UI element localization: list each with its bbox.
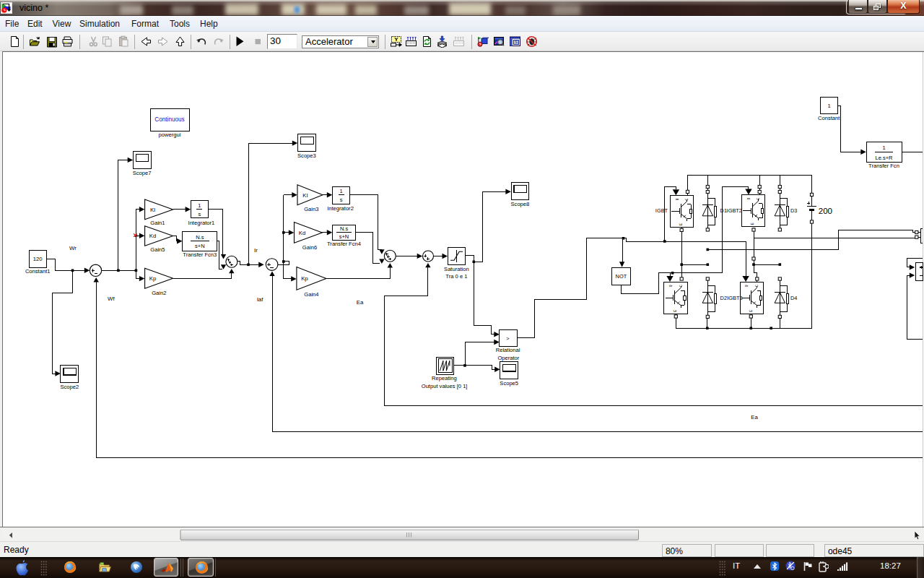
svg-text:Wr: Wr <box>69 245 77 251</box>
svg-text:200: 200 <box>819 207 832 215</box>
svg-text:E: E <box>751 223 754 225</box>
svg-text:120: 120 <box>33 256 43 262</box>
svg-text:KI: KI <box>150 207 155 213</box>
svg-text:1: 1 <box>827 103 830 109</box>
svg-text:g: g <box>675 198 679 200</box>
svg-text:Kp: Kp <box>301 275 308 282</box>
svg-text:Transfer Fcn3: Transfer Fcn3 <box>183 251 217 258</box>
svg-text:KI: KI <box>302 192 308 199</box>
svg-text:Tra 0 e 1: Tra 0 e 1 <box>445 273 467 280</box>
svg-text:Continuous: Continuous <box>154 116 184 123</box>
svg-text:s+N: s+N <box>195 243 205 249</box>
svg-text:D2: D2 <box>720 295 727 301</box>
svg-text:Constant: Constant <box>818 115 840 121</box>
svg-text:Kd: Kd <box>149 233 157 239</box>
svg-text:Kp: Kp <box>149 275 157 282</box>
svg-text:Gain6: Gain6 <box>302 244 317 251</box>
svg-text:powergui: powergui <box>159 131 181 138</box>
svg-text:Ea: Ea <box>357 299 364 306</box>
svg-text:D4: D4 <box>790 295 797 301</box>
svg-text:Le.s+R: Le.s+R <box>876 155 894 161</box>
svg-text:s+N: s+N <box>339 233 349 240</box>
svg-text:Operator: Operator <box>497 355 519 361</box>
svg-text:Scope2: Scope2 <box>60 384 79 390</box>
svg-text:Scope5: Scope5 <box>500 380 518 387</box>
svg-text:IGBT: IGBT <box>655 207 668 214</box>
svg-text:Kd: Kd <box>299 230 306 236</box>
svg-text:IGBT3: IGBT3 <box>727 295 742 301</box>
svg-text:Scope7: Scope7 <box>133 170 152 176</box>
svg-text:Iaf: Iaf <box>257 296 264 303</box>
svg-text:Integrator1: Integrator1 <box>188 220 215 226</box>
svg-text:Saturation: Saturation <box>444 266 469 272</box>
svg-text:Transfer Fcn4: Transfer Fcn4 <box>327 241 361 247</box>
svg-text:Ir: Ir <box>254 247 258 254</box>
svg-text:Transfer Fcn: Transfer Fcn <box>868 163 899 169</box>
svg-text:IGBT2: IGBT2 <box>727 207 742 214</box>
svg-text:Wf: Wf <box>108 296 115 302</box>
svg-text:Repeating: Repeating <box>432 375 457 381</box>
svg-text:g: g <box>744 285 748 287</box>
svg-text:Ea: Ea <box>751 414 758 420</box>
svg-text:1: 1 <box>339 188 342 194</box>
svg-text:Gain4: Gain4 <box>304 291 318 298</box>
svg-text:s: s <box>340 197 343 203</box>
svg-text:Gain2: Gain2 <box>152 290 166 296</box>
svg-text:g: g <box>746 197 750 199</box>
svg-text:E: E <box>679 223 683 225</box>
svg-text:D3: D3 <box>790 207 797 214</box>
svg-text:Integrator2: Integrator2 <box>327 205 354 212</box>
svg-text:Gain5: Gain5 <box>150 246 165 253</box>
svg-text:g: g <box>668 285 672 287</box>
svg-text:N.s: N.s <box>340 225 349 232</box>
svg-text:Scope3: Scope3 <box>297 152 316 159</box>
svg-text:Constant1: Constant1 <box>25 268 51 275</box>
svg-text:Scope8: Scope8 <box>511 201 530 207</box>
svg-text:Gain3: Gain3 <box>304 206 318 212</box>
svg-text:s: s <box>198 211 201 217</box>
svg-text:S: S <box>515 40 518 44</box>
svg-text:E: E <box>749 310 753 312</box>
svg-text:1: 1 <box>198 202 201 209</box>
svg-text:NOT: NOT <box>616 273 627 280</box>
svg-text:>: > <box>506 335 509 342</box>
svg-text:Y: Y <box>394 36 398 43</box>
svg-text:Output values [0 1]: Output values [0 1] <box>422 383 468 389</box>
svg-text:E: E <box>674 310 677 312</box>
svg-text:Gain1: Gain1 <box>150 220 165 226</box>
svg-text:1: 1 <box>882 144 885 151</box>
svg-text:N.s: N.s <box>196 234 204 241</box>
svg-text:Relational: Relational <box>496 347 520 353</box>
